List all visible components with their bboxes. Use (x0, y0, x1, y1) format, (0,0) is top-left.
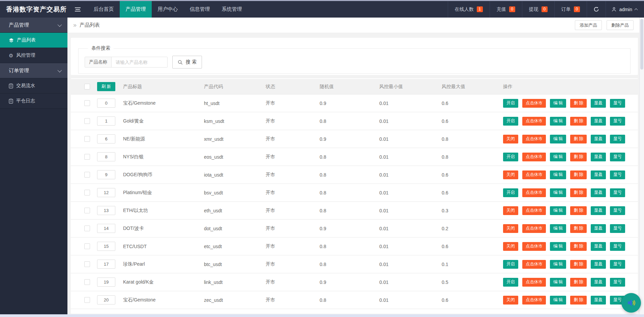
edit-button[interactable]: 编 辑 (550, 296, 566, 305)
edit-button[interactable]: 编 辑 (550, 135, 566, 143)
show-loss-button[interactable]: 显亏 (610, 117, 625, 126)
toggle-button[interactable]: 开启 (503, 260, 518, 269)
delete-button[interactable]: 删 除 (570, 135, 586, 143)
topnav-item-system[interactable]: 系统管理 (216, 1, 248, 18)
edit-button[interactable]: 编 辑 (550, 117, 566, 126)
show-profit-button[interactable]: 显盈 (591, 224, 606, 233)
topnav-item-users[interactable]: 用户中心 (152, 1, 184, 18)
edit-button[interactable]: 编 辑 (550, 260, 566, 269)
toggle-button[interactable]: 关闭 (503, 296, 518, 305)
delete-button[interactable]: 删 除 (570, 278, 586, 287)
horizontal-scrollbar[interactable] (0, 314, 644, 317)
delete-button[interactable]: 删 除 (570, 296, 586, 305)
edit-button[interactable]: 编 辑 (550, 188, 566, 197)
show-profit-button[interactable]: 显盈 (591, 188, 606, 197)
halt-market-button[interactable]: 点击休市 (522, 135, 546, 143)
halt-market-button[interactable]: 点击休市 (522, 188, 546, 197)
row-checkbox[interactable] (84, 172, 90, 178)
stat-deposits[interactable]: 充值 0 (490, 1, 522, 18)
show-profit-button[interactable]: 显盈 (591, 135, 606, 143)
row-checkbox[interactable] (84, 297, 90, 303)
row-id-box[interactable]: 0 (97, 99, 115, 108)
halt-market-button[interactable]: 点击休市 (522, 153, 546, 161)
row-id-box[interactable]: 9 (97, 170, 115, 179)
toggle-button[interactable]: 开启 (503, 153, 518, 161)
topnav-item-products[interactable]: 产品管理 (120, 1, 152, 18)
topnav-item-home[interactable]: 后台首页 (88, 1, 120, 18)
halt-market-button[interactable]: 点击休市 (522, 224, 546, 233)
halt-market-button[interactable]: 点击休市 (522, 260, 546, 269)
row-id-box[interactable]: 15 (97, 242, 115, 251)
row-checkbox[interactable] (84, 243, 90, 249)
sidebar-item-product-list[interactable]: 产品列表 (0, 33, 67, 48)
delete-button[interactable]: 删 除 (570, 260, 586, 269)
delete-button[interactable]: 删 除 (570, 153, 586, 161)
halt-market-button[interactable]: 点击休市 (522, 99, 546, 108)
toggle-button[interactable]: 开启 (503, 99, 518, 108)
sidebar-group-products[interactable]: 产品管理 (0, 18, 67, 33)
halt-market-button[interactable]: 点击休市 (522, 296, 546, 305)
row-checkbox[interactable] (84, 226, 90, 231)
edit-button[interactable]: 编 辑 (550, 224, 566, 233)
row-id-box[interactable]: 14 (97, 224, 115, 233)
topnav-item-info[interactable]: 信息管理 (184, 1, 216, 18)
stat-online-users[interactable]: 在线人数 1 (448, 1, 490, 18)
row-checkbox[interactable] (84, 279, 90, 285)
sidebar-item-trade-flow[interactable]: 交易流水 (0, 78, 67, 94)
show-profit-button[interactable]: 显盈 (591, 242, 606, 251)
edit-button[interactable]: 编 辑 (550, 206, 566, 215)
row-checkbox[interactable] (84, 190, 90, 195)
delete-button[interactable]: 删 除 (570, 224, 586, 233)
row-id-box[interactable]: 13 (97, 206, 115, 215)
toggle-button[interactable]: 关闭 (503, 224, 518, 233)
delete-button[interactable]: 删 除 (570, 99, 586, 108)
row-checkbox[interactable] (84, 136, 90, 142)
delete-button[interactable]: 删 除 (570, 206, 586, 215)
edit-button[interactable]: 编 辑 (550, 170, 566, 179)
show-profit-button[interactable]: 显盈 (591, 170, 606, 179)
show-loss-button[interactable]: 显亏 (610, 278, 625, 287)
halt-market-button[interactable]: 点击休市 (522, 206, 546, 215)
show-loss-button[interactable]: 显亏 (610, 153, 625, 161)
toggle-button[interactable]: 关闭 (503, 170, 518, 179)
stat-withdrawals[interactable]: 提现 0 (522, 1, 554, 18)
show-loss-button[interactable]: 显亏 (610, 170, 625, 179)
voice-assistant-button[interactable] (621, 293, 641, 313)
menu-toggle-icon[interactable] (67, 1, 88, 18)
user-menu[interactable]: admin (606, 1, 644, 18)
delete-button[interactable]: 删 除 (570, 117, 586, 126)
sidebar-item-risk-control[interactable]: ⚙ 风控管理 (0, 48, 67, 63)
show-loss-button[interactable]: 显亏 (610, 206, 625, 215)
halt-market-button[interactable]: 点击休市 (522, 117, 546, 126)
row-id-box[interactable]: 6 (97, 134, 115, 143)
row-id-box[interactable]: 17 (97, 260, 115, 269)
product-name-input[interactable] (112, 57, 167, 67)
show-profit-button[interactable]: 显盈 (591, 296, 606, 305)
show-loss-button[interactable]: 显亏 (610, 188, 625, 197)
delete-button[interactable]: 删 除 (570, 170, 586, 179)
row-id-box[interactable]: 19 (97, 278, 115, 287)
search-button[interactable]: 搜 索 (172, 56, 202, 69)
sidebar-group-orders[interactable]: 订单管理 (0, 63, 67, 78)
row-checkbox[interactable] (84, 154, 90, 160)
sidebar-item-close-log[interactable]: 平仓日志 (0, 94, 67, 109)
halt-market-button[interactable]: 点击休市 (522, 242, 546, 251)
toggle-button[interactable]: 关闭 (503, 135, 518, 143)
show-profit-button[interactable]: 显盈 (591, 206, 606, 215)
select-all-checkbox[interactable] (84, 84, 90, 89)
row-checkbox[interactable] (84, 261, 90, 267)
toggle-button[interactable]: 关闭 (503, 242, 518, 251)
halt-market-button[interactable]: 点击休市 (522, 278, 546, 287)
row-checkbox[interactable] (84, 208, 90, 213)
row-id-box[interactable]: 20 (97, 295, 115, 305)
refresh-icon[interactable] (587, 1, 606, 18)
show-loss-button[interactable]: 显亏 (610, 135, 625, 143)
stat-orders[interactable]: 订单 0 (554, 1, 587, 18)
row-checkbox[interactable] (84, 100, 90, 106)
add-product-button[interactable]: 添加产品 (575, 20, 602, 30)
toggle-button[interactable]: 关闭 (503, 206, 518, 215)
delete-button[interactable]: 删 除 (570, 242, 586, 251)
halt-market-button[interactable]: 点击休市 (522, 170, 546, 179)
show-loss-button[interactable]: 显亏 (610, 260, 625, 269)
show-profit-button[interactable]: 显盈 (591, 260, 606, 269)
